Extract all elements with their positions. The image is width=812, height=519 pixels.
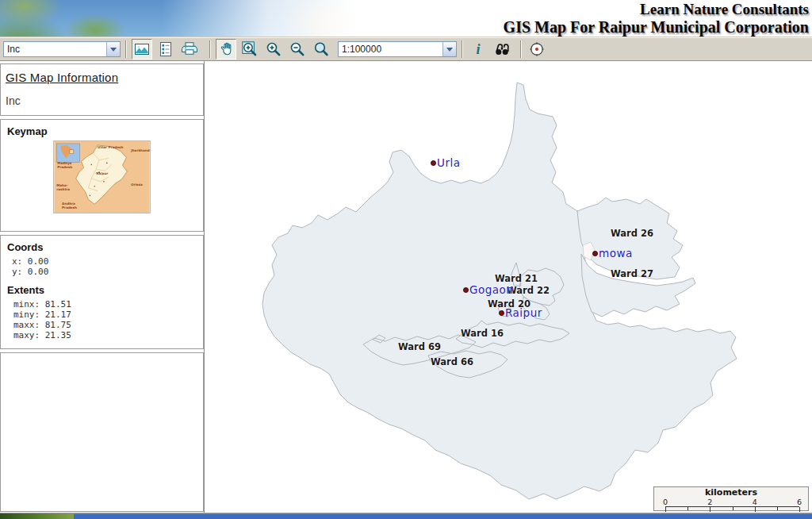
zoom-in-icon bbox=[265, 40, 282, 58]
pan-hand-icon bbox=[217, 40, 235, 58]
keymap-image[interactable]: Uttar PradeshJharkhandMadhyaPradeshOriss… bbox=[53, 140, 151, 213]
gis-application-window: Learn Nature Consultants GIS Map For Rai… bbox=[0, 0, 812, 519]
zoom-out-button[interactable] bbox=[287, 39, 308, 60]
page-title: GIS Map For Raipur Municipal Corporation bbox=[504, 18, 809, 37]
gis-map-information-panel: GIS Map Information Inc bbox=[0, 63, 204, 116]
toolbar-separator bbox=[462, 40, 463, 58]
place-label: Raipur bbox=[505, 306, 542, 319]
pan-button[interactable] bbox=[216, 39, 236, 60]
layer-select[interactable]: Inc bbox=[3, 41, 121, 57]
place-dot-icon bbox=[431, 160, 436, 166]
keymap-region-label: Orissa bbox=[131, 183, 143, 186]
ward-label: Ward 69 bbox=[398, 341, 441, 352]
locate-icon bbox=[528, 40, 546, 58]
toolbar: Inc bbox=[0, 37, 812, 61]
zoom-in-button[interactable] bbox=[263, 39, 284, 60]
ward-label: Ward 26 bbox=[611, 228, 653, 239]
locate-button[interactable] bbox=[527, 39, 547, 60]
scalebar: kilometers 0246 bbox=[653, 486, 809, 511]
place-dot-icon bbox=[463, 287, 469, 293]
toolbar-separator bbox=[520, 40, 522, 58]
dropdown-arrow-icon[interactable] bbox=[106, 42, 120, 56]
map-viewport[interactable]: Ward 26Ward 27Ward 21Ward 22Ward 20Ward … bbox=[205, 61, 812, 513]
ward-label: Ward 27 bbox=[611, 268, 653, 279]
zoom-window-icon bbox=[241, 40, 259, 58]
extent-value: maxy: 21.35 bbox=[13, 330, 203, 340]
banner: Learn Nature Consultants GIS Map For Rai… bbox=[0, 0, 812, 37]
scalebar-number: 0 bbox=[663, 498, 668, 506]
scalebar-number: 6 bbox=[797, 498, 802, 506]
place-marker: Raipur bbox=[499, 306, 542, 319]
toolbar-separator bbox=[209, 40, 211, 58]
active-layer-name: Inc bbox=[6, 94, 198, 107]
place-marker: Urla bbox=[431, 156, 460, 169]
keymap-region-label: Jharkhand bbox=[130, 148, 150, 152]
bottom-strip bbox=[0, 513, 812, 519]
zoom-window-button[interactable] bbox=[239, 39, 260, 60]
empty-panel bbox=[0, 352, 204, 512]
print-button[interactable] bbox=[179, 39, 200, 60]
scalebar-tick bbox=[733, 507, 733, 510]
bottom-strip-green bbox=[0, 513, 74, 519]
place-label: mowa bbox=[599, 247, 633, 260]
banner-titles: Learn Nature Consultants GIS Map For Rai… bbox=[504, 1, 809, 37]
place-marker: mowa bbox=[592, 247, 633, 260]
scalebar-title: kilometers bbox=[654, 488, 808, 498]
scalebar-tick bbox=[665, 507, 666, 512]
content: GIS Map Information Inc Keymap Uttar bbox=[0, 61, 812, 513]
place-marker: Gogaon bbox=[463, 283, 513, 296]
extent-value: miny: 21.17 bbox=[13, 309, 203, 320]
legend-button[interactable] bbox=[155, 39, 176, 60]
place-dot-icon bbox=[499, 310, 504, 316]
coord-x: x: 0.00 bbox=[12, 256, 203, 267]
print-icon bbox=[181, 40, 198, 58]
map-labels: Ward 26Ward 27Ward 21Ward 22Ward 20Ward … bbox=[205, 61, 812, 513]
scale-select[interactable]: 1:100000 bbox=[338, 41, 457, 57]
scalebar-tick bbox=[777, 507, 778, 510]
find-binoculars-icon bbox=[493, 40, 511, 58]
dropdown-arrow-icon[interactable] bbox=[442, 42, 456, 56]
scalebar-tick bbox=[710, 507, 710, 512]
scalebar-number: 2 bbox=[707, 498, 712, 506]
ward-label: Ward 16 bbox=[461, 328, 504, 339]
coords-panel: Coords x: 0.00 y: 0.00 Extents minx: 81.… bbox=[0, 235, 204, 349]
map-overview-button[interactable] bbox=[132, 39, 152, 60]
keymap-region-label: rashtra bbox=[56, 187, 70, 191]
coords-title: Coords bbox=[7, 241, 197, 253]
find-button[interactable] bbox=[492, 39, 512, 60]
scalebar-ruler bbox=[665, 506, 799, 512]
company-title: Learn Nature Consultants bbox=[504, 1, 809, 18]
extent-value: minx: 81.51 bbox=[13, 299, 203, 309]
keymap-region-label: Raipur bbox=[96, 171, 108, 175]
layer-select-value: Inc bbox=[4, 44, 106, 55]
keymap-title: Keymap bbox=[7, 125, 197, 137]
place-dot-icon bbox=[592, 251, 598, 256]
scalebar-numbers: 0246 bbox=[665, 498, 799, 506]
ward-label: Ward 21 bbox=[495, 273, 538, 284]
extents-values: minx: 81.51miny: 21.17maxx: 81.75maxy: 2… bbox=[1, 299, 203, 340]
legend-icon bbox=[157, 40, 174, 58]
zoom-out-icon bbox=[289, 40, 306, 58]
keymap-region-label: Uttar Pradesh bbox=[98, 145, 123, 149]
scale-select-value: 1:100000 bbox=[339, 44, 442, 55]
extents-title: Extents bbox=[7, 284, 197, 296]
place-label: Urla bbox=[437, 156, 460, 169]
sidebar: GIS Map Information Inc Keymap Uttar bbox=[0, 61, 205, 513]
scalebar-tick bbox=[755, 507, 756, 512]
keymap-panel: Keymap Uttar PradeshJharkhandMadhyaPrade… bbox=[0, 119, 204, 232]
map-overview-icon bbox=[133, 40, 151, 58]
identify-button[interactable]: i bbox=[468, 39, 488, 60]
ward-label: Ward 66 bbox=[431, 356, 473, 367]
scalebar-tick bbox=[688, 507, 688, 510]
scalebar-tick bbox=[799, 507, 800, 512]
keymap-region-label: Pradesh bbox=[57, 165, 72, 169]
toolbar-separator bbox=[125, 40, 127, 58]
place-label: Gogaon bbox=[469, 283, 513, 296]
identify-info-icon: i bbox=[476, 42, 480, 56]
coord-y: y: 0.00 bbox=[12, 267, 203, 277]
zoom-full-button[interactable] bbox=[311, 39, 331, 60]
gis-map-information-title: GIS Map Information bbox=[6, 71, 198, 84]
keymap-region-label: Pradesh bbox=[62, 206, 77, 210]
zoom-full-icon bbox=[312, 40, 330, 58]
extent-value: maxx: 81.75 bbox=[13, 320, 203, 330]
